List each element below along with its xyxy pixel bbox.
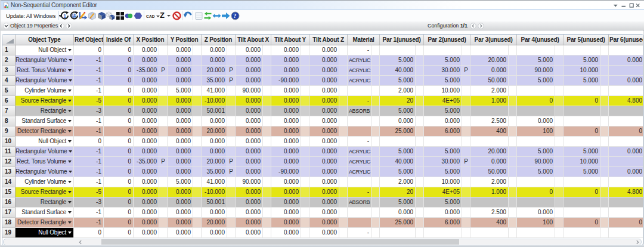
svg-text:A: A [72,13,76,18]
svg-text:?: ? [233,13,236,19]
svg-text:1: 1 [63,13,66,19]
